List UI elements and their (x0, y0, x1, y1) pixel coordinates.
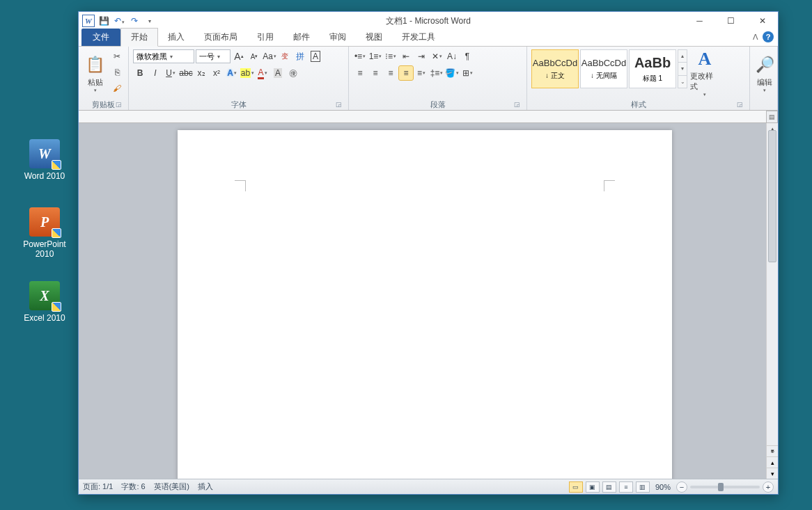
paragraph-launcher-icon[interactable]: ◲ (513, 100, 521, 109)
borders-icon[interactable]: ⊞ (460, 66, 474, 80)
shading-icon[interactable]: 🪣 (445, 66, 459, 80)
tab-developer[interactable]: 开发工具 (392, 29, 445, 46)
change-case-icon[interactable]: Aa (263, 49, 276, 63)
view-fullscreen-icon[interactable]: ▣ (586, 481, 600, 493)
line-spacing-icon[interactable]: ‡≡ (430, 66, 444, 80)
zoom-slider[interactable] (690, 486, 760, 488)
minimize-ribbon-icon[interactable]: ᐱ (753, 33, 758, 42)
tab-home[interactable]: 开始 (120, 28, 158, 47)
status-language[interactable]: 英语(美国) (154, 481, 189, 492)
shrink-font-icon[interactable]: A▾ (247, 49, 261, 63)
paste-button[interactable]: 📋 粘贴 ▾ (83, 49, 107, 97)
bold-button[interactable]: B (133, 66, 147, 80)
style-expand-icon[interactable]: ⌄ (678, 76, 687, 88)
change-styles-button[interactable]: A 更改样式 ▾ (690, 49, 719, 97)
font-size-combo[interactable]: 一号▾ (196, 49, 231, 63)
desktop-icon-excel[interactable]: X Excel 2010 (17, 281, 72, 323)
bullets-icon[interactable]: •≡ (353, 49, 367, 63)
browse-object-icon[interactable]: ○ (767, 445, 778, 456)
zoom-out-icon[interactable]: − (676, 481, 687, 493)
tab-view[interactable]: 视图 (356, 29, 392, 46)
grow-font-icon[interactable]: A▴ (232, 49, 246, 63)
ruler-toggle-icon[interactable]: ▤ (766, 111, 778, 123)
view-outline-icon[interactable]: ≡ (619, 481, 633, 493)
align-left-icon[interactable]: ≡ (353, 66, 367, 80)
cut-icon[interactable]: ✂ (110, 49, 124, 63)
style-normal[interactable]: AaBbCcDd ↓ 正文 (531, 49, 579, 88)
style-gallery: AaBbCcDd ↓ 正文 AaBbCcDd ↓ 无间隔 AaBb 标题 1 ▴… (531, 49, 687, 88)
shield-icon (52, 228, 61, 238)
copy-icon[interactable]: ⎘ (110, 65, 124, 79)
document-viewport[interactable] (79, 123, 766, 479)
strikethrough-button[interactable]: abc (179, 66, 193, 80)
clipboard-launcher-icon[interactable]: ◲ (114, 100, 123, 109)
prev-page-icon[interactable]: ▴ (767, 456, 778, 468)
zoom-level[interactable]: 90% (655, 483, 671, 491)
save-icon[interactable]: 💾 (97, 14, 111, 28)
tab-file[interactable]: 文件 (81, 29, 120, 46)
font-launcher-icon[interactable]: ◲ (334, 100, 343, 109)
tab-mailings[interactable]: 邮件 (283, 29, 320, 46)
highlight-icon[interactable]: ab (240, 66, 254, 80)
italic-button[interactable]: I (148, 66, 162, 80)
qat-customize-icon[interactable]: ▾ (143, 14, 157, 28)
show-marks-icon[interactable]: ¶ (460, 49, 474, 63)
character-shading-icon[interactable]: A (271, 66, 285, 80)
distributed-icon[interactable]: ≡ (414, 66, 428, 80)
tab-review[interactable]: 审阅 (320, 29, 356, 46)
character-border-icon[interactable]: A (309, 49, 322, 63)
window-title: 文档1 - Microsoft Word (79, 15, 778, 27)
format-painter-icon[interactable]: 🖌 (110, 81, 124, 95)
editing-button[interactable]: 🔎 编辑 ▾ (754, 49, 775, 97)
superscript-button[interactable]: x² (210, 66, 224, 80)
zoom-in-icon[interactable]: + (763, 481, 774, 493)
document-page[interactable] (178, 130, 672, 479)
ribbon-tabs: 文件 开始 插入 页面布局 引用 邮件 审阅 视图 开发工具 ᐱ ? (79, 30, 778, 47)
zoom-thumb[interactable] (718, 483, 724, 491)
word-app-icon[interactable]: W (81, 14, 95, 28)
style-scroll-up-icon[interactable]: ▴ (678, 50, 687, 63)
underline-button[interactable]: U (164, 66, 178, 80)
horizontal-ruler[interactable] (79, 111, 766, 123)
next-page-icon[interactable]: ▾ (767, 468, 778, 479)
font-color-icon[interactable]: A (256, 66, 270, 80)
phonetic-guide-icon[interactable]: 变 (278, 49, 292, 63)
style-scroll-down-icon[interactable]: ▾ (678, 63, 687, 75)
minimize-button[interactable]: ─ (684, 12, 715, 30)
undo-icon[interactable]: ↶ (112, 14, 126, 28)
text-effects-icon[interactable]: A (225, 66, 239, 80)
status-page[interactable]: 页面: 1/1 (83, 481, 113, 492)
help-icon[interactable]: ? (763, 31, 774, 42)
view-print-layout-icon[interactable]: ▭ (569, 481, 583, 493)
asian-layout-icon[interactable]: ✕ (430, 49, 444, 63)
status-word-count[interactable]: 字数: 6 (121, 481, 145, 492)
status-insert-mode[interactable]: 插入 (198, 481, 213, 492)
numbering-icon[interactable]: 1≡ (368, 49, 382, 63)
style-nospacing[interactable]: AaBbCcDd ↓ 无间隔 (580, 49, 627, 88)
close-button[interactable]: ✕ (747, 12, 778, 30)
styles-launcher-icon[interactable]: ◲ (735, 100, 744, 109)
desktop-icon-powerpoint[interactable]: P PowerPoint 2010 (17, 207, 72, 259)
maximize-button[interactable]: ☐ (715, 12, 747, 30)
enclose-characters-icon[interactable]: ㊝ (286, 66, 300, 80)
font-name-combo[interactable]: 微软雅黑▾ (133, 49, 194, 63)
style-heading1[interactable]: AaBb 标题 1 (629, 49, 676, 88)
subscript-button[interactable]: x₂ (194, 66, 208, 80)
clear-format-icon[interactable]: 拼 (293, 49, 307, 63)
redo-icon[interactable]: ↷ (127, 14, 141, 28)
align-center-icon[interactable]: ≡ (368, 66, 382, 80)
sort-icon[interactable]: A↓ (445, 49, 459, 63)
multilevel-list-icon[interactable]: ⁝≡ (384, 49, 398, 63)
view-draft-icon[interactable]: ▥ (636, 481, 650, 493)
scroll-thumb[interactable] (768, 130, 776, 262)
tab-references[interactable]: 引用 (247, 29, 283, 46)
view-web-layout-icon[interactable]: ▤ (602, 481, 616, 493)
desktop-icon-label: PowerPoint 2010 (17, 239, 72, 259)
tab-insert[interactable]: 插入 (158, 29, 194, 46)
tab-layout[interactable]: 页面布局 (194, 29, 247, 46)
desktop-icon-word[interactable]: W Word 2010 (17, 139, 72, 181)
decrease-indent-icon[interactable]: ⇤ (399, 49, 413, 63)
justify-icon[interactable]: ≡ (399, 66, 413, 80)
increase-indent-icon[interactable]: ⇥ (414, 49, 428, 63)
align-right-icon[interactable]: ≡ (384, 66, 398, 80)
